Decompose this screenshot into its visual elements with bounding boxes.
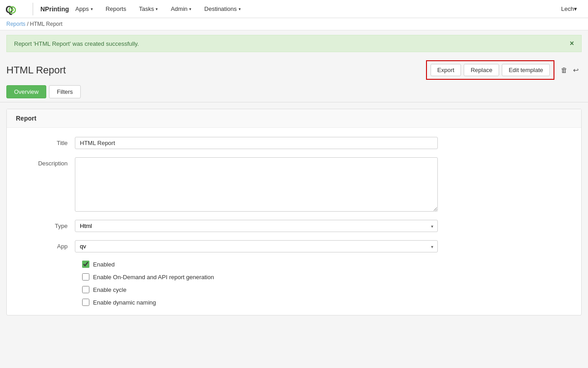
- checkbox-cycle: Enable cycle: [82, 286, 568, 293]
- type-select-wrapper: Html ▾: [75, 220, 438, 232]
- success-alert: Report 'HTML Report' was created success…: [6, 35, 582, 52]
- breadcrumb-current: HTML Report: [30, 21, 63, 27]
- undo-button[interactable]: ↩: [570, 64, 582, 76]
- description-label: Description: [20, 157, 75, 167]
- nav-item-tasks[interactable]: Tasks ▾: [132, 0, 164, 18]
- nav-item-apps[interactable]: Apps ▾: [69, 0, 99, 18]
- title-input[interactable]: [75, 137, 438, 149]
- export-button[interactable]: Export: [431, 64, 461, 76]
- cycle-label: Enable cycle: [93, 286, 127, 293]
- chevron-down-icon: ▾: [574, 5, 577, 12]
- enabled-checkbox[interactable]: [82, 261, 89, 268]
- app-select-wrapper: qv ▾: [75, 240, 438, 252]
- on-demand-checkbox[interactable]: [82, 273, 89, 281]
- chevron-down-icon: ▾: [91, 7, 93, 11]
- replace-button[interactable]: Replace: [464, 64, 499, 76]
- alert-close-button[interactable]: ×: [570, 40, 574, 47]
- brand-name: NPrinting: [40, 5, 69, 13]
- enabled-label: Enabled: [93, 261, 115, 268]
- cycle-checkbox[interactable]: [82, 286, 89, 293]
- logo-divider: [33, 3, 33, 15]
- header-actions: Export Replace Edit template: [426, 60, 554, 80]
- delete-button[interactable]: 🗑: [558, 64, 570, 76]
- tab-filters[interactable]: Filters: [49, 85, 80, 98]
- on-demand-label: Enable On-Demand and API report generati…: [93, 274, 214, 281]
- page-header: HTML Report Export Replace Edit template…: [0, 57, 588, 85]
- navbar: Q NPrinting Apps ▾ Reports Tasks ▾ Admin…: [0, 0, 588, 18]
- logo-container: Q NPrinting: [5, 3, 69, 15]
- title-field-group: Title: [20, 137, 568, 149]
- nav-item-destinations[interactable]: Destinations ▾: [198, 0, 247, 18]
- chevron-down-icon: ▾: [156, 7, 158, 11]
- page-title: HTML Report: [6, 64, 426, 76]
- app-field-group: App qv ▾: [20, 240, 568, 252]
- description-field-group: Description: [20, 157, 568, 212]
- chevron-down-icon: ▾: [239, 7, 241, 11]
- section-title: Report: [7, 109, 581, 128]
- svg-point-2: [11, 9, 14, 11]
- app-label: App: [20, 240, 75, 250]
- chevron-down-icon: ▾: [189, 7, 191, 11]
- type-field-group: Type Html ▾: [20, 220, 568, 232]
- nav-item-reports[interactable]: Reports: [99, 0, 133, 18]
- breadcrumb-parent[interactable]: Reports: [6, 21, 25, 27]
- tabs: Overview Filters: [0, 85, 588, 102]
- alert-message: Report 'HTML Report' was created success…: [14, 40, 139, 47]
- delete-icon: 🗑: [561, 66, 568, 74]
- user-menu[interactable]: Lech ▾: [556, 5, 583, 12]
- checkbox-dynamic-naming: Enable dynamic naming: [82, 299, 568, 306]
- checkbox-enabled: Enabled: [82, 261, 568, 268]
- app-select[interactable]: qv: [75, 240, 438, 252]
- checkbox-on-demand: Enable On-Demand and API report generati…: [82, 273, 568, 281]
- title-label: Title: [20, 137, 75, 146]
- qlik-logo: Q: [5, 3, 28, 15]
- nav-items: Apps ▾ Reports Tasks ▾ Admin ▾ Destinati…: [69, 0, 556, 18]
- type-label: Type: [20, 220, 75, 229]
- dynamic-naming-checkbox[interactable]: [82, 299, 89, 306]
- form-area: Title Description Type Html ▾ App qv: [7, 128, 581, 315]
- nav-item-admin[interactable]: Admin ▾: [164, 0, 198, 18]
- breadcrumb: Reports / HTML Report: [0, 18, 588, 30]
- content-panel: Report Title Description Type Html ▾ App: [6, 109, 582, 315]
- checkbox-group: Enabled Enable On-Demand and API report …: [82, 261, 568, 306]
- description-input[interactable]: [75, 157, 438, 212]
- type-select[interactable]: Html: [75, 220, 438, 232]
- edit-template-button[interactable]: Edit template: [502, 64, 550, 76]
- undo-icon: ↩: [573, 66, 579, 74]
- tab-overview[interactable]: Overview: [6, 85, 46, 98]
- dynamic-naming-label: Enable dynamic naming: [93, 299, 156, 306]
